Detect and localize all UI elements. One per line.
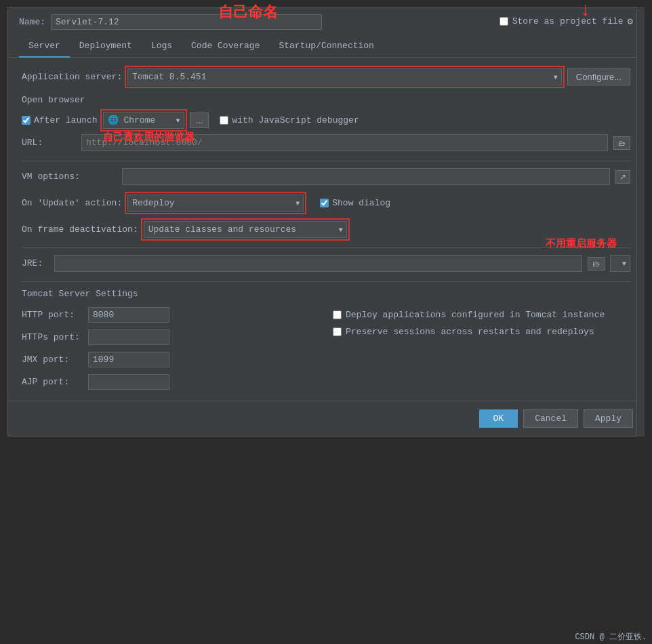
scrollbar[interactable] — [636, 7, 645, 437]
app-server-select-wrapper: Tomcat 8.5.451 — [127, 68, 562, 85]
on-frame-select[interactable]: Update classes and resources Redeploy Re… — [144, 221, 347, 238]
ajp-port-input[interactable] — [88, 374, 169, 390]
annotation-browser: 自己喜欢用的游览器 — [103, 131, 195, 144]
browser-ellipsis-button[interactable]: ... — [190, 113, 209, 128]
http-port-label: HTTP port: — [22, 310, 83, 320]
show-dialog-checkbox[interactable] — [320, 199, 329, 207]
apply-button[interactable]: Apply — [584, 409, 633, 428]
preserve-sessions-label: Preserve sessions across restarts and re… — [346, 327, 594, 337]
tab-startup-connection[interactable]: Startup/Connection — [269, 35, 383, 58]
jre-dropdown-wrapper — [610, 255, 630, 272]
vm-options-expand-button[interactable]: ↗ — [615, 170, 630, 184]
https-port-label: HTTPs port: — [22, 332, 83, 342]
js-debugger-label: with JavaScript debugger — [232, 115, 359, 125]
tab-deployment[interactable]: Deployment — [70, 35, 142, 58]
on-update-select[interactable]: Redeploy Update classes and resources Re… — [127, 195, 304, 212]
vm-options-label: VM options: — [22, 172, 117, 182]
tabs-bar: Server Deployment Logs Code Coverage Sta… — [8, 35, 644, 58]
store-label: Store as project file — [512, 16, 624, 26]
jre-dropdown[interactable] — [610, 255, 630, 272]
deploy-tomcat-checkbox-label: Deploy applications configured in Tomcat… — [333, 310, 630, 320]
preserve-sessions-checkbox[interactable] — [333, 327, 342, 336]
show-dialog-label: Show dialog — [332, 198, 390, 208]
on-update-select-wrapper: Redeploy Update classes and resources Re… — [127, 195, 304, 212]
preserve-sessions-checkbox-label: Preserve sessions across restarts and re… — [333, 327, 630, 337]
ok-button[interactable]: OK — [479, 409, 518, 428]
annotation-no-restart: 不用重启服务器 — [546, 237, 617, 250]
deploy-tomcat-checkbox[interactable] — [333, 310, 342, 319]
jre-label: JRE: — [22, 258, 49, 268]
gear-icon[interactable]: ⚙ — [628, 16, 633, 27]
cancel-button[interactable]: Cancel — [523, 409, 578, 428]
after-launch-checkbox-label: After launch — [22, 115, 98, 125]
jmx-port-label: JMX port: — [22, 355, 83, 365]
js-debugger-checkbox[interactable] — [220, 116, 228, 125]
after-launch-checkbox[interactable] — [22, 116, 30, 125]
browser-select-wrapper: 🌐 Chrome Firefox Edge — [103, 112, 184, 129]
ajp-port-label: AJP port: — [22, 377, 83, 387]
tab-server[interactable]: Server — [19, 35, 70, 58]
after-launch-label: After launch — [34, 115, 98, 125]
csdn-watermark: CSDN @ 二价亚铁. — [569, 630, 652, 644]
show-dialog-checkbox-label: Show dialog — [320, 198, 390, 208]
name-input[interactable] — [51, 14, 322, 30]
https-port-input[interactable] — [88, 329, 169, 345]
tomcat-settings-title: Tomcat Server Settings — [22, 289, 630, 299]
store-row: Store as project file ⚙ — [500, 16, 633, 27]
url-folder-button[interactable]: 🗁 — [613, 136, 630, 150]
store-checkbox[interactable] — [500, 17, 508, 26]
vm-options-input[interactable] — [122, 168, 610, 185]
name-label: Name: — [19, 17, 45, 27]
bottom-bar: OK Cancel Apply — [8, 401, 644, 436]
app-server-select[interactable]: Tomcat 8.5.451 — [127, 68, 562, 85]
configure-button[interactable]: Configure... — [567, 68, 630, 85]
jre-folder-button[interactable]: 🗁 — [588, 257, 605, 270]
js-debugger-checkbox-label: with JavaScript debugger — [220, 115, 359, 125]
jmx-port-input[interactable] — [88, 352, 169, 367]
tab-code-coverage[interactable]: Code Coverage — [182, 35, 269, 58]
on-update-label: On 'Update' action: — [22, 198, 122, 208]
browser-select[interactable]: 🌐 Chrome Firefox Edge — [103, 112, 184, 129]
tab-logs[interactable]: Logs — [142, 35, 182, 58]
annotation-arrow-tomcat: ↓ — [579, 0, 591, 21]
on-frame-label: On frame deactivation: — [22, 224, 138, 235]
on-frame-select-wrapper: Update classes and resources Redeploy Re… — [144, 221, 347, 238]
jre-input[interactable] — [54, 255, 582, 272]
open-browser-label: Open browser — [22, 95, 630, 105]
app-server-label: Application server: — [22, 72, 122, 82]
url-label: URL: — [22, 138, 76, 148]
http-port-input[interactable] — [88, 307, 169, 323]
deploy-tomcat-label: Deploy applications configured in Tomcat… — [346, 310, 605, 320]
